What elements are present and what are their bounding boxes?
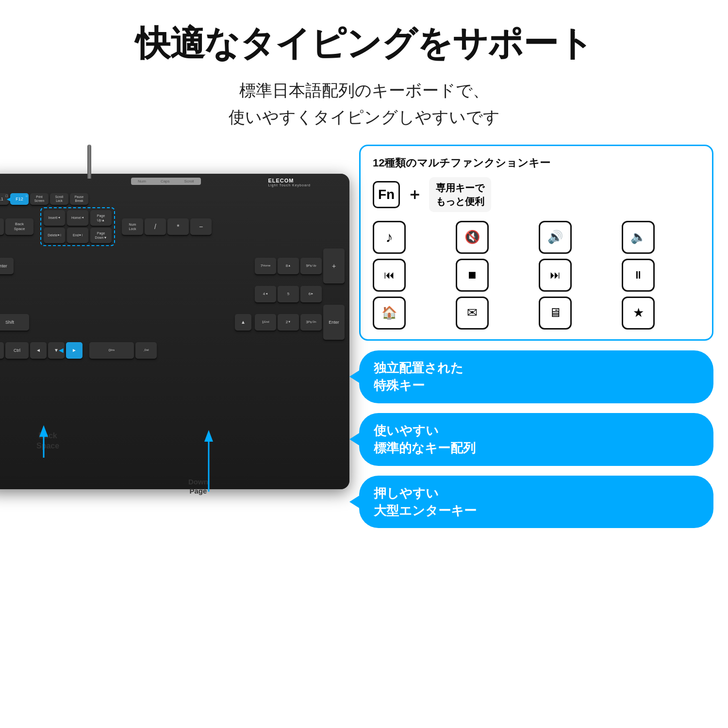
- icon-mute: 🔇: [456, 221, 489, 254]
- pagedown-label: DownPage: [188, 477, 208, 496]
- insert-key[interactable]: Insert|◄: [44, 210, 65, 226]
- icon-music: ♪: [373, 221, 406, 254]
- num6-key[interactable]: 6►: [300, 286, 322, 302]
- num7-key[interactable]: 7Home: [255, 258, 276, 274]
- main-title: 快適なタイピングをサポート: [0, 0, 728, 63]
- icon-grid: ♪ 🔇 🔊 🔈 ⏮ ⏹ ⏭ ⏸ 🏠 ✉ 🖥 ★: [373, 221, 700, 330]
- f12-key[interactable]: F12 ☆ ◄: [10, 193, 29, 205]
- pageup-key[interactable]: PageUp▲: [90, 210, 112, 226]
- cable: [87, 145, 91, 179]
- fn-desc: 専用キーで もっと便利: [429, 177, 491, 212]
- right-panel: 12種類のマルチファンクションキー Fn ＋ 専用キーで もっと便利 ♪ 🔇 🔊…: [349, 145, 728, 581]
- elecom-logo: ELECOM Light Touch Keyboard: [268, 178, 311, 187]
- enter-key-main[interactable]: Enter: [0, 258, 14, 274]
- yen-key[interactable]: ¥－: [0, 218, 4, 235]
- fn-key: Fn: [373, 181, 400, 208]
- num4-key[interactable]: 4◄: [255, 286, 276, 302]
- app-key[interactable]: ☰: [0, 342, 4, 359]
- num-star-key[interactable]: *: [167, 218, 189, 235]
- num3-key[interactable]: 3Pg Dn: [300, 314, 322, 331]
- icon-next: ⏭: [539, 259, 572, 292]
- arrow-right-key[interactable]: ► ◄: [66, 342, 83, 359]
- icon-home: 🏠: [373, 297, 406, 330]
- pagedown-key[interactable]: PageDown▼: [90, 228, 112, 243]
- num0-key[interactable]: 0Ins: [89, 342, 134, 359]
- end-key[interactable]: End►|: [67, 228, 88, 243]
- fn-plus: ＋: [407, 184, 422, 205]
- num-enter-key[interactable]: Enter: [323, 305, 345, 340]
- print-screen-key[interactable]: PrintScreen: [30, 193, 49, 205]
- icon-mail: ✉: [456, 297, 489, 330]
- ctrl-key[interactable]: Ctrl: [5, 342, 29, 359]
- num8-key[interactable]: 8▲: [278, 258, 299, 274]
- num-plus-key[interactable]: +: [323, 248, 345, 283]
- icon-pause: ⏸: [622, 259, 655, 292]
- num-dot-key[interactable]: .Del: [135, 342, 157, 359]
- icon-stop: ⏹: [456, 259, 489, 292]
- backspace-key[interactable]: BackSpace: [5, 218, 33, 235]
- numlock-key[interactable]: NumLock: [122, 218, 143, 235]
- num9-key[interactable]: 9Pg Up: [300, 258, 322, 274]
- delete-key[interactable]: Delete►|: [44, 228, 65, 243]
- num1-key[interactable]: 1End: [255, 314, 276, 331]
- callout-large-enter: 押しやすい大型エンターキー: [359, 476, 713, 529]
- subtitle: 標準日本語配列のキーボードで、 使いやすくタイピングしやすいです: [0, 77, 728, 130]
- arrow-up-key[interactable]: ▲: [235, 314, 251, 331]
- icon-vol-up: 🔊: [539, 221, 572, 254]
- icon-prev: ⏮: [373, 259, 406, 292]
- num-slash-key[interactable]: /: [145, 218, 166, 235]
- icon-vol-down: 🔈: [622, 221, 655, 254]
- fn-row: Fn ＋ 専用キーで もっと便利: [373, 177, 700, 212]
- num2-key[interactable]: 2▼: [278, 314, 299, 331]
- arrow-left-key[interactable]: ◄: [30, 342, 47, 359]
- home-key[interactable]: Home|◄: [67, 210, 88, 226]
- shift-key[interactable]: Shift: [0, 314, 29, 331]
- num-minus-key[interactable]: −: [190, 218, 212, 235]
- icon-monitor: 🖥: [539, 297, 572, 330]
- backspace-label: BackSpace: [36, 431, 59, 451]
- icon-star: ★: [622, 297, 655, 330]
- num5-key[interactable]: 5: [278, 286, 299, 302]
- fn-box: 12種類のマルチファンクションキー Fn ＋ 専用キーで もっと便利 ♪ 🔇 🔊…: [359, 145, 713, 341]
- pause-break-key[interactable]: PauseBreak: [70, 193, 88, 205]
- callout-special-keys: 独立配置された特殊キー: [359, 350, 713, 403]
- fn-box-title: 12種類のマルチファンクションキー: [373, 156, 700, 170]
- scroll-lock-key[interactable]: ScrollLock: [50, 193, 68, 205]
- keyboard-section: ELECOM Light Touch Keyboard Num Caps Scr…: [0, 145, 349, 581]
- callout-standard-layout: 使いやすい標準的なキー配列: [359, 413, 713, 466]
